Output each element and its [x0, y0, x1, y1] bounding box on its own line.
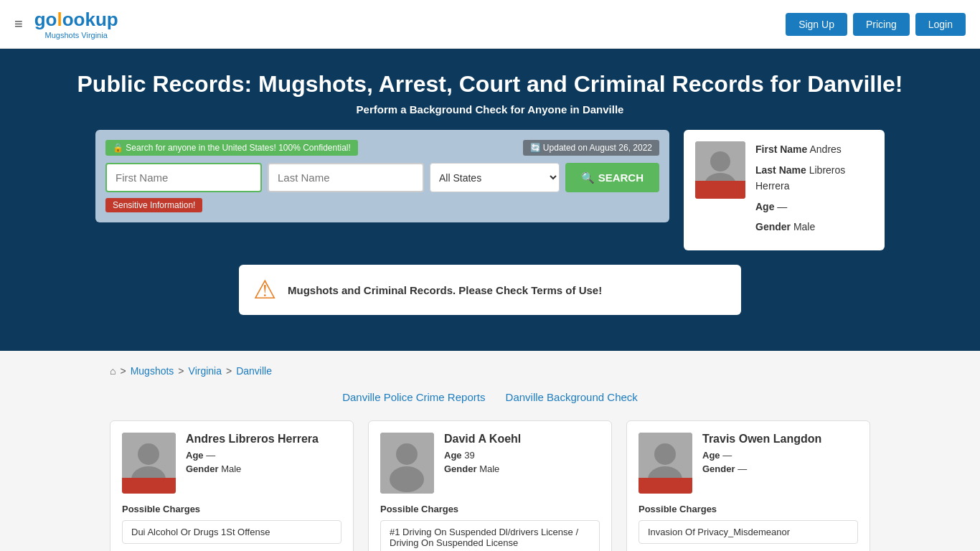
person-card: Andres Libreros Herrera Age — Gender Mal… [110, 420, 354, 551]
profile-age: Age — [755, 199, 873, 215]
hamburger-icon[interactable]: ≡ [14, 16, 23, 32]
police-reports-link[interactable]: Danville Police Crime Reports [342, 391, 485, 403]
person-name[interactable]: Travis Owen Langdon [702, 433, 821, 446]
person-card-top: David A Koehl Age 39 Gender Male [380, 433, 600, 494]
breadcrumb-danville[interactable]: Danville [236, 365, 272, 377]
svg-point-1 [710, 151, 730, 171]
person-gender: Gender Male [186, 463, 319, 474]
svg-point-2 [705, 173, 736, 196]
logo-text: golookup [34, 9, 118, 31]
breadcrumb-virginia[interactable]: Virginia [189, 365, 222, 377]
site-header: ≡ golookup Mugshots Virginia Sign Up Pri… [0, 0, 980, 49]
profile-avatar [695, 141, 745, 199]
svg-point-10 [390, 466, 424, 492]
breadcrumb-mugshots[interactable]: Mugshots [131, 365, 174, 377]
state-select[interactable]: All States Alabama Alaska Virginia [430, 163, 560, 192]
person-info: David A Koehl Age 39 Gender Male [444, 433, 521, 494]
search-box: 🔒 Search for anyone in the United States… [95, 130, 669, 222]
first-name-input[interactable] [105, 163, 262, 192]
person-card: Travis Owen Langdon Age — Gender — Possi… [626, 420, 870, 551]
hero-content: 🔒 Search for anyone in the United States… [95, 130, 885, 250]
svg-rect-14 [639, 478, 692, 494]
breadcrumb-sep2: > [178, 365, 184, 377]
search-inputs: All States Alabama Alaska Virginia 🔍 SEA… [105, 163, 659, 192]
person-gender: Gender Male [444, 463, 521, 474]
page-title: Public Records: Mugshots, Arrest, Court … [14, 70, 966, 98]
breadcrumb-sep1: > [120, 365, 126, 377]
login-button[interactable]: Login [915, 13, 966, 36]
header-right: Sign Up Pricing Login [786, 13, 966, 36]
sensitive-badge: Sensitive Information! [105, 198, 202, 212]
person-card: David A Koehl Age 39 Gender Male Possibl… [368, 420, 612, 551]
updated-badge: 🔄 Updated on August 26, 2022 [523, 140, 659, 156]
svg-rect-7 [122, 478, 176, 494]
confidential-badge: 🔒 Search for anyone in the United States… [105, 140, 358, 156]
last-name-input[interactable] [268, 163, 424, 192]
person-card-top: Andres Libreros Herrera Age — Gender Mal… [122, 433, 341, 494]
breadcrumb: ⌂ > Mugshots > Virginia > Danville [110, 365, 870, 377]
warning-bar: ⚠ Mugshots and Criminal Records. Please … [239, 265, 741, 315]
pricing-button[interactable]: Pricing [853, 13, 910, 36]
charges-box: Dui Alcohol Or Drugs 1St Offense [122, 520, 341, 544]
svg-rect-3 [695, 184, 745, 199]
hero-section: Public Records: Mugshots, Arrest, Court … [0, 49, 980, 351]
profile-first-name: First Name Andres [755, 141, 873, 157]
person-info: Travis Owen Langdon Age — Gender — [702, 433, 821, 494]
signup-button[interactable]: Sign Up [786, 13, 847, 36]
person-gender: Gender — [702, 463, 821, 474]
main-content: ⌂ > Mugshots > Virginia > Danville Danvi… [95, 351, 885, 551]
search-button[interactable]: 🔍 SEARCH [565, 163, 659, 192]
person-avatar [639, 433, 692, 494]
profile-last-name: Last Name Libreros Herrera [755, 162, 873, 194]
warning-text: Mugshots and Criminal Records. Please Ch… [288, 284, 602, 296]
person-age: Age 39 [444, 450, 521, 461]
warning-icon: ⚠ [253, 275, 276, 305]
charges-box: #1 Driving On Suspended Dl/drivers Licen… [380, 520, 600, 551]
person-name[interactable]: David A Koehl [444, 433, 521, 446]
charges-box: Invasion Of Privacy_Misdemeanor [639, 520, 858, 544]
svg-point-9 [396, 443, 418, 465]
svg-point-12 [654, 443, 676, 465]
background-check-link[interactable]: Danville Background Check [506, 391, 638, 403]
person-age: Age — [702, 450, 821, 461]
logo-subtitle: Mugshots Virginia [45, 31, 108, 39]
cards-grid: Andres Libreros Herrera Age — Gender Mal… [110, 420, 870, 551]
person-avatar [380, 433, 434, 494]
profile-info: First Name Andres Last Name Libreros Her… [755, 141, 873, 239]
person-avatar [122, 433, 176, 494]
search-top-bar: 🔒 Search for anyone in the United States… [105, 140, 659, 156]
logo[interactable]: golookup Mugshots Virginia [34, 9, 118, 39]
person-name[interactable]: Andres Libreros Herrera [186, 433, 319, 446]
person-info: Andres Libreros Herrera Age — Gender Mal… [186, 433, 319, 494]
profile-gender: Gender Male [755, 219, 873, 235]
links-row: Danville Police Crime Reports Danville B… [110, 391, 870, 403]
profile-card: First Name Andres Last Name Libreros Her… [684, 130, 885, 250]
charges-label: Possible Charges [380, 504, 600, 514]
home-icon[interactable]: ⌂ [110, 365, 116, 377]
header-left: ≡ golookup Mugshots Virginia [14, 9, 118, 39]
charges-label: Possible Charges [122, 504, 341, 514]
person-card-top: Travis Owen Langdon Age — Gender — [639, 433, 858, 494]
person-age: Age — [186, 450, 319, 461]
charges-label: Possible Charges [639, 504, 858, 514]
svg-point-5 [138, 443, 159, 465]
breadcrumb-sep3: > [226, 365, 232, 377]
hero-subtitle: Perform a Background Check for Anyone in… [14, 103, 966, 116]
